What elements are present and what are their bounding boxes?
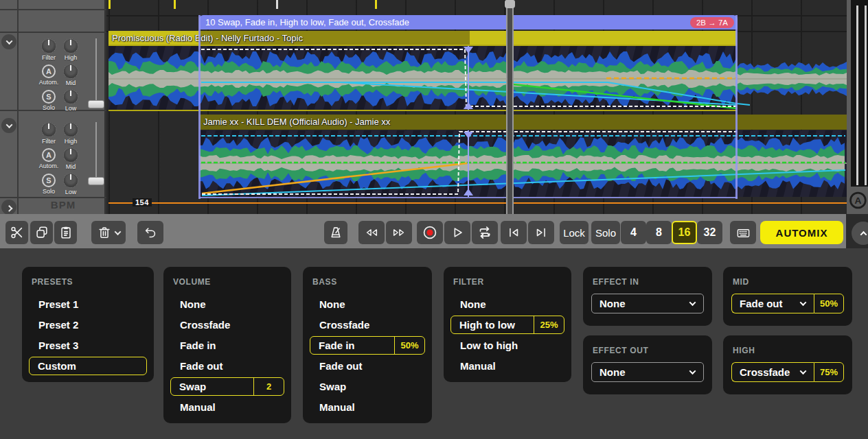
- deck1-collapse-button[interactable]: [1, 34, 16, 49]
- track1-bottom-border: [108, 110, 737, 111]
- deck1-fader-track[interactable]: [95, 38, 97, 102]
- deck1-fader-handle[interactable]: [88, 100, 104, 108]
- presets-option-preset-1[interactable]: Preset 1: [22, 294, 154, 314]
- bass-panel: BASS NoneCrossfadeFade in50%Fade outSwap…: [303, 267, 432, 423]
- deck2-mid-knob[interactable]: Mid: [56, 147, 86, 170]
- cut-button[interactable]: [5, 221, 28, 244]
- deck2-high-knob[interactable]: High: [56, 122, 86, 145]
- cue-marker[interactable]: [108, 0, 111, 9]
- track1-waveform[interactable]: [108, 46, 849, 110]
- volume-option-none[interactable]: None: [163, 294, 291, 314]
- effect-out-panel: EFFECT OUT None: [583, 335, 712, 394]
- mixer-sidebar: FilterHighAAutom.MidSSoloLow FilterHighA…: [0, 0, 106, 214]
- mid-panel: MID Fade out 50%: [723, 267, 852, 326]
- effect-in-panel: EFFECT IN None: [583, 267, 712, 326]
- presets-option-custom[interactable]: Custom: [22, 355, 154, 376]
- high-title: HIGH: [733, 346, 852, 355]
- right-collapsed-panel[interactable]: [847, 0, 868, 214]
- effect-out-select[interactable]: None: [591, 362, 704, 382]
- beat-length-32[interactable]: 32: [697, 221, 722, 244]
- beat-length-16[interactable]: 16: [672, 221, 697, 244]
- transition-bottom-edge: [199, 197, 738, 198]
- delete-button[interactable]: [91, 221, 126, 244]
- high-panel: HIGH Crossfade 75%: [723, 335, 852, 394]
- mid-percent[interactable]: 50%: [814, 294, 844, 313]
- track2-waveform[interactable]: [199, 130, 847, 197]
- deck2-fader-track[interactable]: [95, 122, 97, 185]
- automation-corner[interactable]: A: [847, 187, 868, 214]
- deck1-low-knob[interactable]: Low: [56, 89, 86, 112]
- effect-in-select[interactable]: None: [591, 294, 704, 313]
- metronome-button[interactable]: [324, 221, 347, 244]
- filter-option-none[interactable]: None: [444, 294, 571, 314]
- volume-option-fade-out[interactable]: Fade out: [163, 355, 291, 376]
- bass-option-fade-out[interactable]: Fade out: [303, 355, 432, 376]
- rewind-icon: [363, 225, 380, 240]
- fast-forward-button[interactable]: [386, 221, 412, 244]
- lock-button[interactable]: Lock: [560, 221, 589, 244]
- keyboard-shortcuts-button[interactable]: [730, 221, 756, 244]
- play-button[interactable]: [444, 221, 470, 244]
- volume-option-crossfade[interactable]: Crossfade: [163, 314, 291, 335]
- presets-panel: PRESETS Preset 1Preset 2Preset 3Custom: [22, 267, 154, 382]
- bass-option-none[interactable]: None: [303, 294, 432, 314]
- bass-option-crossfade[interactable]: Crossfade: [303, 314, 432, 335]
- volume-option-swap[interactable]: Swap2: [163, 376, 291, 396]
- loop-button[interactable]: [472, 221, 498, 244]
- filter-value[interactable]: 25%: [534, 316, 564, 333]
- rewind-button[interactable]: [358, 221, 385, 244]
- skip-start-button[interactable]: [501, 221, 527, 244]
- presets-option-preset-2[interactable]: Preset 2: [22, 314, 154, 335]
- bass-option-swap[interactable]: Swap: [303, 376, 432, 396]
- paste-button[interactable]: [54, 221, 77, 244]
- skip-end-button[interactable]: [528, 221, 554, 244]
- volume-option-manual[interactable]: Manual: [163, 396, 291, 417]
- deck2-fader-handle[interactable]: [88, 177, 104, 185]
- copy-button[interactable]: [30, 221, 53, 244]
- bass-option-manual[interactable]: Manual: [303, 396, 432, 417]
- transition-right-edge[interactable]: [735, 15, 738, 199]
- deck2-low-knob[interactable]: Low: [56, 173, 86, 195]
- bpm-value: 154: [133, 198, 152, 206]
- filter-panel: FILTER NoneHigh to low25%Low to highManu…: [444, 267, 571, 382]
- cue-marker[interactable]: [174, 0, 176, 9]
- high-select[interactable]: Crossfade: [731, 362, 814, 382]
- track1-title: Promiscuous (Radio Edit) - Nelly Furtado…: [112, 33, 303, 43]
- bpm-automation-line[interactable]: [108, 202, 847, 204]
- transition-block-header[interactable]: 10 Swap, Fade in, High to low, Fade out,…: [199, 15, 738, 29]
- deck1-high-knob[interactable]: High: [56, 38, 86, 61]
- high-percent[interactable]: 75%: [814, 362, 844, 382]
- cue-marker[interactable]: [276, 0, 278, 9]
- svg-text:A: A: [854, 195, 861, 206]
- playhead[interactable]: [506, 0, 514, 214]
- undo-button[interactable]: [137, 221, 163, 244]
- filter-option-manual[interactable]: Manual: [444, 355, 571, 376]
- dj-studio-app: { "mixer": { "bpm_label": "BPM", "decks"…: [0, 0, 868, 439]
- skip-end-icon: [534, 225, 549, 240]
- deck1-mid-knob[interactable]: Mid: [56, 64, 86, 86]
- loop-icon: [477, 224, 493, 241]
- solo-button[interactable]: Solo: [591, 221, 620, 244]
- filter-option-high-to-low[interactable]: High to low25%: [444, 314, 571, 335]
- record-icon: [422, 224, 438, 241]
- bass-option-fade-in[interactable]: Fade in50%: [303, 335, 432, 355]
- volume-value[interactable]: 2: [253, 378, 284, 395]
- mid-select[interactable]: Fade out: [731, 294, 814, 313]
- filter-option-low-to-high[interactable]: Low to high: [444, 335, 571, 355]
- circled-a-icon: A: [847, 189, 868, 212]
- beat-length-8[interactable]: 8: [646, 221, 672, 244]
- bass-value[interactable]: 50%: [394, 337, 424, 354]
- transition-settings: PRESETS Preset 1Preset 2Preset 3Custom V…: [0, 248, 868, 439]
- deck2-collapse-button[interactable]: [1, 118, 16, 133]
- automix-button[interactable]: AUTOMIX: [760, 221, 843, 244]
- cue-marker[interactable]: [375, 0, 377, 9]
- effect-out-title: EFFECT OUT: [593, 346, 712, 355]
- volume-option-fade-in[interactable]: Fade in: [163, 335, 291, 355]
- presets-option-preset-3[interactable]: Preset 3: [22, 335, 154, 355]
- copy-icon: [34, 225, 49, 240]
- bpm-expand-button[interactable]: [1, 200, 16, 215]
- record-button[interactable]: [417, 221, 443, 244]
- beat-length-4[interactable]: 4: [621, 221, 646, 244]
- transition-left-edge[interactable]: [198, 15, 201, 199]
- playhead-handle[interactable]: [505, 0, 515, 8]
